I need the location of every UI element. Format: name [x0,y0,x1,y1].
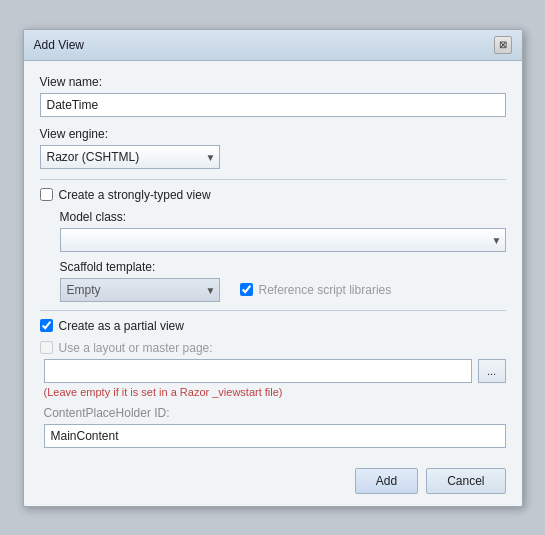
hint-text: (Leave empty if it is set in a Razor _vi… [44,386,506,398]
button-row: Add Cancel [40,460,506,494]
browse-button[interactable]: ... [478,359,506,383]
reference-scripts-label: Reference script libraries [259,283,392,297]
add-view-dialog: Add View ⊠ View name: View engine: Razor… [23,29,523,507]
view-engine-select-wrapper: Razor (CSHTML) ASPX ▼ [40,145,220,169]
reference-scripts-row: Reference script libraries [240,283,392,297]
contentplaceholder-label: ContentPlaceHolder ID: [44,406,506,420]
model-class-section: Model class: ▼ Scaffold template: Empty … [60,210,506,302]
reference-scripts-checkbox[interactable] [240,283,253,296]
model-class-select-wrapper: ▼ [60,228,506,252]
partial-view-row: Create as a partial view [40,319,506,333]
view-name-section: View name: [40,75,506,117]
layout-section: ... (Leave empty if it is set in a Razor… [44,359,506,398]
scaffold-row: Empty Create Delete Details Edit List ▼ … [60,278,506,302]
view-name-label: View name: [40,75,506,89]
divider-1 [40,179,506,180]
close-icon: ⊠ [499,39,507,50]
master-page-label: Use a layout or master page: [59,341,213,355]
scaffold-select-wrapper: Empty Create Delete Details Edit List ▼ [60,278,220,302]
partial-view-label: Create as a partial view [59,319,184,333]
view-engine-section: View engine: Razor (CSHTML) ASPX ▼ [40,127,506,169]
contentplaceholder-input[interactable] [44,424,506,448]
master-page-row: Use a layout or master page: [40,341,506,355]
close-button[interactable]: ⊠ [494,36,512,54]
cancel-button[interactable]: Cancel [426,468,505,494]
layout-row: ... [44,359,506,383]
layout-input[interactable] [44,359,472,383]
contentph-section: ContentPlaceHolder ID: [44,406,506,448]
model-class-select[interactable] [60,228,506,252]
dialog-title: Add View [34,38,84,52]
scaffold-template-label: Scaffold template: [60,260,506,274]
strongly-typed-row: Create a strongly-typed view [40,188,506,202]
title-bar: Add View ⊠ [24,30,522,61]
dialog-body: View name: View engine: Razor (CSHTML) A… [24,61,522,506]
scaffold-template-select[interactable]: Empty Create Delete Details Edit List [60,278,220,302]
view-name-input[interactable] [40,93,506,117]
browse-icon: ... [487,365,496,377]
add-button[interactable]: Add [355,468,418,494]
master-page-checkbox[interactable] [40,341,53,354]
scaffold-section: Scaffold template: Empty Create Delete D… [60,260,506,302]
view-engine-label: View engine: [40,127,506,141]
view-engine-select[interactable]: Razor (CSHTML) ASPX [40,145,220,169]
divider-2 [40,310,506,311]
model-class-label: Model class: [60,210,506,224]
strongly-typed-label: Create a strongly-typed view [59,188,211,202]
strongly-typed-checkbox[interactable] [40,188,53,201]
partial-view-checkbox[interactable] [40,319,53,332]
